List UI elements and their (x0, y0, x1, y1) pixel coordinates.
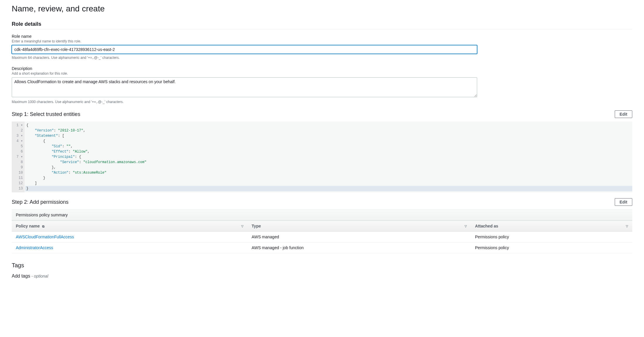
table-row: AdministratorAccess AWS managed - job fu… (12, 242, 632, 253)
role-name-subhint: Maximum 64 characters. Use alphanumeric … (12, 56, 632, 60)
code-gutter: 1 ▾ 2 3 ▾ 4 ▾ 5 6 7 ▾ 8 9 10 11 12 13 (12, 122, 25, 192)
step2-section: Step 2: Add permissions Edit Permissions… (12, 198, 632, 253)
role-name-field: Role name Enter a meaningful name to ide… (12, 34, 632, 60)
description-field: Description Add a short explanation for … (12, 66, 632, 104)
col-policy-name[interactable]: Policy name ⧉ ▽ (12, 221, 248, 232)
step1-edit-button[interactable]: Edit (615, 110, 632, 118)
table-row: AWSCloudFormationFullAccess AWS managed … (12, 232, 632, 242)
role-name-input[interactable] (12, 45, 477, 54)
tags-section: Tags Add tags- optional (12, 262, 632, 279)
permissions-table: Policy name ⧉ ▽ Type ▽ Attached as ▽ AWS… (12, 220, 632, 253)
sort-icon[interactable]: ▽ (241, 225, 244, 228)
col-type[interactable]: Type ▽ (248, 221, 471, 232)
page-title: Name, review, and create (12, 0, 632, 21)
policy-link[interactable]: AdministratorAccess (16, 245, 53, 250)
col-attached-as[interactable]: Attached as ▽ (471, 221, 632, 232)
tags-heading: Tags (12, 262, 632, 269)
step2-edit-button[interactable]: Edit (615, 198, 632, 206)
policy-link[interactable]: AWSCloudFormationFullAccess (16, 235, 74, 239)
step1-section: Step 1: Select trusted entities Edit 1 ▾… (12, 110, 632, 192)
divider (12, 29, 632, 29)
external-link-icon: ⧉ (42, 225, 44, 228)
role-details-section: Role details Role name Enter a meaningfu… (12, 21, 632, 104)
policy-type: AWS managed (248, 232, 471, 242)
description-hint: Add a short explanation for this role. (12, 71, 632, 76)
add-tags-label: Add tags- optional (12, 273, 632, 279)
trust-policy-editor[interactable]: 1 ▾ 2 3 ▾ 4 ▾ 5 6 7 ▾ 8 9 10 11 12 13 { … (12, 122, 632, 192)
sort-icon[interactable]: ▽ (626, 225, 628, 228)
role-name-hint: Enter a meaningful name to identify this… (12, 39, 632, 43)
description-label: Description (12, 66, 632, 71)
description-subhint: Maximum 1000 characters. Use alphanumeri… (12, 100, 632, 104)
policy-attached-as: Permissions policy (471, 242, 632, 253)
role-name-label: Role name (12, 34, 632, 39)
sort-icon[interactable]: ▽ (465, 225, 467, 228)
step1-label: Step 1: Select trusted entities (12, 111, 80, 117)
policy-type: AWS managed - job function (248, 242, 471, 253)
policy-attached-as: Permissions policy (471, 232, 632, 242)
step2-label: Step 2: Add permissions (12, 199, 68, 205)
code-body: { "Version": "2012-10-17", "Statement": … (25, 122, 632, 192)
role-details-heading: Role details (12, 21, 632, 29)
permissions-summary-label: Permissions policy summary (12, 209, 632, 220)
description-input[interactable] (12, 77, 477, 97)
